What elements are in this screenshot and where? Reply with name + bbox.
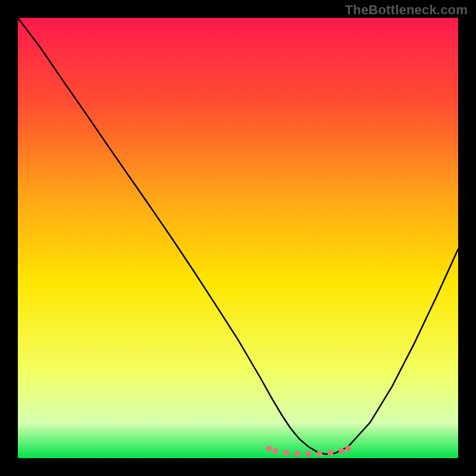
- watermark-text: TheBottleneck.com: [345, 2, 468, 18]
- optimal-marker: [339, 448, 345, 454]
- chart-frame: { "watermark": "TheBottleneck.com", "cha…: [0, 0, 476, 476]
- optimal-marker: [345, 446, 351, 452]
- optimal-marker: [273, 448, 278, 454]
- optimal-marker: [266, 446, 272, 452]
- bottleneck-chart: [0, 0, 476, 476]
- optimal-marker: [317, 451, 322, 457]
- optimal-marker: [295, 451, 300, 457]
- optimal-marker: [283, 450, 289, 456]
- optimal-marker: [305, 451, 311, 457]
- optimal-marker: [327, 450, 333, 456]
- plot-background: [18, 18, 458, 458]
